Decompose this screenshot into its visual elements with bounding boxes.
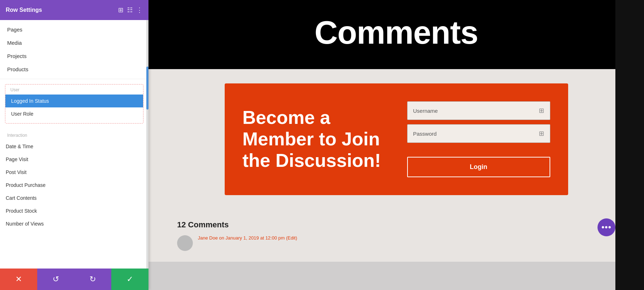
panel-header-icons: ⊞ ☷ ⋮	[118, 6, 143, 14]
comments-count: 12 Comments	[177, 220, 615, 229]
interaction-label: Interaction	[0, 131, 148, 140]
password-icon: ⊞	[539, 130, 544, 137]
cancel-icon: ✕	[15, 275, 22, 284]
member-text: Become a Member to Join the Discussion!	[243, 107, 386, 171]
comment-meta: Jane Doe on January 1, 2019 at 12:00 pm …	[198, 235, 297, 241]
nav-item-projects[interactable]: Projects	[0, 49, 148, 63]
undo-button[interactable]: ↺	[37, 269, 74, 290]
member-section: Become a Member to Join the Discussion! …	[148, 69, 644, 209]
undo-icon: ↺	[53, 275, 59, 284]
comments-section: 12 Comments ••• Jane Doe on January 1, 2…	[148, 209, 644, 262]
panel-body: Pages Media Projects Products User Logge…	[0, 20, 148, 290]
cart-contents-item[interactable]: Cart Contents	[0, 192, 148, 204]
comments-fab-button[interactable]: •••	[597, 218, 615, 236]
more-options-icon: •••	[601, 222, 611, 232]
date-time-item[interactable]: Date & Time	[0, 140, 148, 153]
nav-item-products[interactable]: Products	[0, 63, 148, 76]
username-icon: ⊞	[539, 107, 544, 115]
hero-banner: Comments	[148, 0, 644, 69]
panel-header: Row Settings ⊞ ☷ ⋮	[0, 0, 148, 20]
user-role-item[interactable]: User Role	[5, 107, 143, 120]
username-field[interactable]: Username ⊞	[407, 101, 550, 120]
left-panel: Row Settings ⊞ ☷ ⋮ Pages Media Projects …	[0, 0, 148, 290]
forgot-password-link[interactable]: Forgot your password?	[407, 147, 550, 153]
page-visit-item[interactable]: Page Visit	[0, 153, 148, 166]
password-label: Password	[413, 131, 437, 137]
product-purchase-item[interactable]: Product Purchase	[0, 179, 148, 192]
login-button[interactable]: Login	[407, 157, 550, 177]
hero-title: Comments	[156, 14, 637, 51]
cancel-button[interactable]: ✕	[0, 269, 37, 290]
right-content: Comments Become a Member to Join the Dis…	[148, 0, 644, 290]
number-of-views-item[interactable]: Number of Views	[0, 217, 148, 230]
user-section-label: User	[5, 87, 143, 95]
post-visit-item[interactable]: Post Visit	[0, 166, 148, 179]
panel-title: Row Settings	[6, 7, 42, 13]
avatar	[177, 235, 193, 251]
nav-item-pages[interactable]: Pages	[0, 23, 148, 36]
username-label: Username	[413, 108, 438, 114]
logged-in-status-item[interactable]: Logged In Status	[5, 95, 143, 107]
redo-button[interactable]: ↻	[74, 269, 112, 290]
expand-icon[interactable]: ⊞	[118, 6, 123, 14]
top-nav: Pages Media Projects Products	[0, 20, 148, 79]
comment-row: Jane Doe on January 1, 2019 at 12:00 pm …	[177, 235, 615, 251]
user-section: User Logged In Status User Role	[5, 84, 143, 124]
scroll-thumb[interactable]	[146, 67, 148, 110]
member-form: Username ⊞ Password ⊞ Forgot your passwo…	[407, 101, 550, 177]
member-card: Become a Member to Join the Discussion! …	[225, 83, 568, 195]
redo-icon: ↻	[89, 275, 96, 284]
password-field[interactable]: Password ⊞	[407, 124, 550, 143]
product-stock-item[interactable]: Product Stock	[0, 204, 148, 217]
save-button[interactable]: ✓	[111, 269, 148, 290]
save-icon: ✓	[127, 275, 133, 284]
nav-item-media[interactable]: Media	[0, 36, 148, 49]
scroll-track[interactable]	[146, 20, 148, 269]
interaction-section: Interaction Date & Time Page Visit Post …	[0, 127, 148, 234]
more-icon[interactable]: ⋮	[136, 6, 143, 14]
right-strip	[615, 0, 644, 290]
bottom-toolbar: ✕ ↺ ↻ ✓	[0, 269, 148, 290]
grid-icon[interactable]: ☷	[127, 6, 133, 14]
